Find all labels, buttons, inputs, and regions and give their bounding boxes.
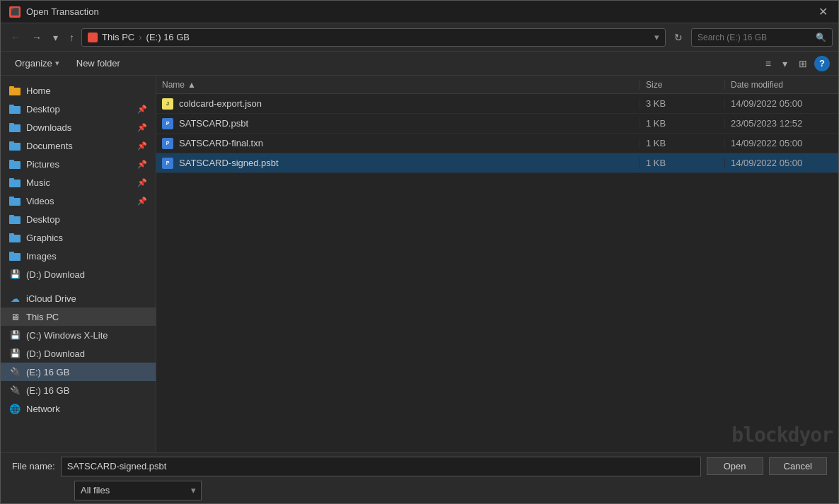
sidebar-item-icloud-label: iCloud Drive [26, 293, 76, 304]
file-name: coldcard-export.json [179, 98, 262, 109]
new-folder-button[interactable]: New folder [71, 56, 126, 71]
sidebar-item-downloads[interactable]: Downloads 📌 [1, 118, 156, 136]
file-date: 14/09/2022 05:00 [731, 98, 802, 109]
address-chevron-icon[interactable]: ▾ [654, 32, 659, 42]
file-name: SATSCARD-signed.psbt [179, 158, 279, 168]
open-button[interactable]: Open [707, 457, 763, 475]
sidebar-item-music[interactable]: Music 📌 [1, 173, 156, 192]
forward-button[interactable]: → [28, 29, 46, 46]
file-name: SATSCARD.psbt [179, 118, 248, 129]
images-folder-icon [9, 250, 21, 262]
sidebar-item-videos[interactable]: Videos 📌 [1, 192, 156, 210]
organize-button[interactable]: Organize ▾ [9, 56, 65, 71]
file-size-cell: 1 KB [640, 118, 725, 129]
monitor-icon: 🖥 [9, 311, 21, 322]
address-part-1: This PC [102, 32, 134, 42]
dropdown-button[interactable]: ▾ [49, 29, 62, 46]
sidebar-item-home[interactable]: Home [1, 81, 156, 100]
file-name-cell: P SATSCARD.psbt [156, 118, 640, 129]
sidebar-item-documents[interactable]: Documents 📌 [1, 136, 156, 155]
nav-bar: ← → ▾ ↑ This PC › (E:) 16 GB ▾ ↻ 🔍 [1, 23, 838, 52]
sidebar-item-d-download-label: (D:) Download [26, 269, 85, 280]
sidebar-item-e-drive2-label: (E:) 16 GB [26, 385, 69, 396]
title-bar-left: ⬛ Open Transaction [9, 6, 99, 18]
address-part-2: (E:) 16 GB [146, 32, 190, 42]
file-size: 1 KB [646, 138, 666, 148]
address-drive-icon [88, 33, 98, 42]
file-size-cell: 1 KB [640, 138, 725, 148]
search-input[interactable] [698, 33, 811, 42]
c-drive-icon: 💾 [9, 329, 21, 341]
sidebar-item-icloud[interactable]: ☁ iCloud Drive [1, 289, 156, 307]
sidebar-item-desktop2[interactable]: Desktop [1, 210, 156, 228]
file-date: 14/09/2022 05:00 [731, 158, 802, 168]
sidebar-item-pictures[interactable]: Pictures 📌 [1, 155, 156, 173]
sidebar-item-network[interactable]: 🌐 Network [1, 399, 156, 418]
desktop1-folder-icon [9, 103, 21, 115]
table-row[interactable]: P SATSCARD-final.txn 1 KB 14/09/2022 05:… [156, 134, 838, 153]
bottom-bar: File name: Open Cancel All files ▾ [1, 452, 838, 503]
search-icon: 🔍 [816, 33, 826, 42]
sidebar-item-e-drive[interactable]: 🔌 (E:) 16 GB [1, 363, 156, 381]
file-header: Name ▲ Size Date modified [156, 76, 838, 94]
pictures-folder-icon [9, 158, 21, 170]
pin3-icon: 📌 [137, 141, 147, 151]
toolbar: Organize ▾ New folder ≡ ▾ ⊞ ? [1, 52, 838, 76]
desktop2-folder-icon [9, 213, 21, 225]
filename-input[interactable] [61, 457, 701, 476]
sidebar-item-d-download[interactable]: 💾 (D:) Download [1, 265, 156, 283]
downloads-folder-icon [9, 122, 21, 133]
file-date-cell: 23/05/2023 12:52 [725, 118, 838, 129]
address-bar[interactable]: This PC › (E:) 16 GB ▾ [81, 28, 666, 47]
pin4-icon: 📌 [137, 160, 147, 169]
view-dropdown-button[interactable]: ▾ [778, 56, 792, 71]
view-buttons: ≡ ▾ ⊞ ? [761, 56, 830, 71]
close-button[interactable]: ✕ [816, 5, 830, 19]
e-drive2-icon: 🔌 [9, 385, 21, 396]
videos-folder-icon [9, 195, 21, 206]
filetype-select[interactable]: All files [74, 481, 202, 500]
sidebar-item-c-drive-label: (C:) Windows X-Lite [26, 330, 108, 341]
sidebar-item-desktop1[interactable]: Desktop 📌 [1, 100, 156, 118]
sidebar-item-graphics[interactable]: Graphics [1, 228, 156, 247]
psbt-icon: P [162, 118, 173, 129]
back-button[interactable]: ← [6, 29, 25, 46]
icloud-icon: ☁ [9, 293, 21, 304]
documents-folder-icon [9, 140, 21, 151]
table-row[interactable]: P SATSCARD-signed.psbt 1 KB 14/09/2022 0… [156, 153, 838, 173]
view-list-button[interactable]: ≡ [761, 56, 775, 71]
table-row[interactable]: J coldcard-export.json 3 KB 14/09/2022 0… [156, 94, 838, 114]
file-name: SATSCARD-final.txn [179, 138, 263, 148]
file-size-cell: 1 KB [640, 158, 725, 168]
refresh-button[interactable]: ↻ [669, 29, 688, 46]
sidebar-item-music-label: Music [26, 177, 50, 188]
sidebar-item-images[interactable]: Images [1, 247, 156, 265]
view-layout-button[interactable]: ⊞ [794, 56, 811, 71]
sidebar-item-downloads-label: Downloads [26, 122, 71, 133]
search-bar[interactable]: 🔍 [691, 28, 833, 47]
organize-label: Organize [15, 58, 52, 69]
sidebar-item-d-drive2[interactable]: 💾 (D:) Download [1, 344, 156, 363]
up-button[interactable]: ↑ [65, 29, 79, 46]
sidebar-item-c-drive[interactable]: 💾 (C:) Windows X-Lite [1, 326, 156, 344]
sidebar-item-thispc[interactable]: 🖥 This PC [1, 307, 156, 326]
table-row[interactable]: P SATSCARD.psbt 1 KB 23/05/2023 12:52 [156, 114, 838, 134]
dialog-window: ⬛ Open Transaction ✕ ← → ▾ ↑ This PC › (… [0, 0, 839, 504]
column-size[interactable]: Size [640, 80, 725, 90]
filetype-wrapper[interactable]: All files ▾ [74, 481, 202, 500]
sidebar-item-pictures-label: Pictures [26, 159, 59, 170]
file-date: 14/09/2022 05:00 [731, 138, 802, 148]
help-button[interactable]: ? [814, 56, 830, 71]
d-drive2-icon: 💾 [9, 348, 21, 359]
bottom-bar-inner: File name: Open Cancel All files ▾ [12, 457, 827, 500]
cancel-button[interactable]: Cancel [769, 457, 827, 475]
organize-dropdown-icon: ▾ [55, 59, 59, 68]
network-icon: 🌐 [9, 403, 21, 414]
address-separator: › [139, 32, 141, 42]
music-folder-icon [9, 177, 21, 188]
column-date[interactable]: Date modified [725, 80, 838, 90]
sidebar-item-e-drive2[interactable]: 🔌 (E:) 16 GB [1, 381, 156, 399]
file-date-cell: 14/09/2022 05:00 [725, 138, 838, 148]
column-name[interactable]: Name ▲ [156, 80, 640, 90]
file-date: 23/05/2023 12:52 [731, 118, 802, 129]
